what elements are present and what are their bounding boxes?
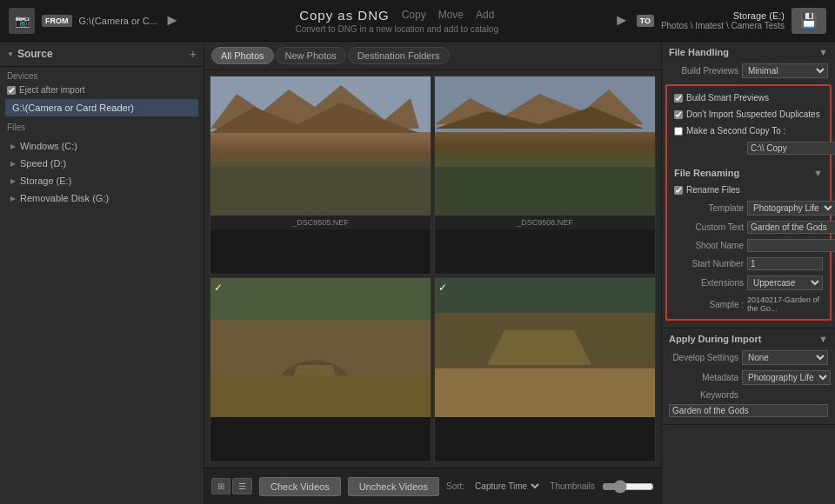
- drive-speed[interactable]: ▶ Speed (D:): [0, 155, 204, 172]
- build-smart-previews-label: Build Smart Previews: [686, 93, 769, 103]
- source-add-btn[interactable]: +: [190, 47, 197, 61]
- file-handling-section: File Handling ▼ Build Previews Minimal B…: [662, 42, 835, 328]
- second-copy-label: Make a Second Copy To :: [686, 126, 785, 136]
- drive-arrow-e: ▶: [10, 177, 16, 185]
- tab-all-photos[interactable]: All Photos: [211, 47, 274, 64]
- tab-destination-folders[interactable]: Destination Folders: [348, 47, 450, 64]
- file-renaming-inner: File Renaming ▼ Rename Files Template Ph…: [667, 162, 830, 315]
- drive-arrow-c: ▶: [10, 143, 16, 150]
- build-smart-previews-row: Build Smart Previews: [667, 90, 830, 106]
- drive-d-label: Speed (D:): [20, 158, 66, 169]
- metadata-select[interactable]: Photography Life: [742, 370, 831, 385]
- custom-text-row: Custom Text: [667, 218, 830, 236]
- rename-files-row: Rename Files: [667, 182, 830, 198]
- second-copy-checkbox[interactable]: [674, 127, 683, 136]
- left-panel: ▼ Source + Devices Eject after import G:…: [0, 42, 204, 504]
- add-btn[interactable]: Add: [476, 9, 494, 21]
- list-view-btn[interactable]: ☰: [232, 478, 252, 494]
- photo-thumb-1: [210, 76, 431, 216]
- adi-triangle: ▼: [818, 334, 828, 344]
- drive-windows[interactable]: ▶ Windows (C:): [0, 137, 204, 155]
- eject-checkbox[interactable]: [7, 86, 16, 95]
- fh-triangle: ▼: [818, 47, 828, 57]
- bottom-bar-center: ⊞ ☰ Check Videos Uncheck Videos Sort: Ca…: [204, 468, 661, 504]
- drive-storage[interactable]: ▶ Storage (E:): [0, 172, 204, 189]
- custom-text-input[interactable]: [747, 221, 835, 234]
- to-arrow[interactable]: ►: [614, 11, 630, 30]
- copy-btn[interactable]: Copy: [402, 9, 426, 21]
- destination-section: ► TO Storage (E:) Photos \ Imatest \ Cam…: [614, 8, 826, 34]
- develop-settings-select[interactable]: None: [742, 350, 828, 365]
- tabs-bar: All Photos New Photos Destination Folder…: [204, 42, 661, 70]
- start-number-row: Start Number: [667, 255, 830, 273]
- rename-files-checkbox[interactable]: [674, 186, 683, 195]
- move-btn[interactable]: Move: [438, 9, 464, 21]
- sample-value: 20140217-Garden of the Go...: [747, 295, 823, 313]
- rename-files-label: Rename Files: [686, 185, 740, 195]
- from-arrow[interactable]: ►: [164, 11, 180, 30]
- start-number-input[interactable]: [747, 257, 823, 270]
- drive-arrow-d: ▶: [10, 160, 16, 168]
- copy-as-dng-btn[interactable]: Copy as DNG: [299, 8, 390, 23]
- fr-triangle: ▼: [813, 168, 823, 178]
- file-handling-title: File Handling ▼: [662, 42, 835, 61]
- sort-label: Sort:: [446, 481, 464, 491]
- main-layout: ▼ Source + Devices Eject after import G:…: [0, 42, 835, 504]
- photo-cell-3[interactable]: ✓: [210, 277, 431, 462]
- from-path: G:\(Camera or C...: [79, 16, 157, 26]
- build-previews-label: Build Previews: [669, 66, 738, 76]
- svg-rect-3: [210, 167, 431, 216]
- second-copy-path-row: [667, 139, 830, 157]
- eject-label: Eject after import: [19, 85, 85, 95]
- dont-import-checkbox[interactable]: [674, 110, 683, 119]
- build-smart-previews-checkbox[interactable]: [674, 94, 683, 103]
- photo-thumb-4: [435, 278, 655, 417]
- shoot-name-label: Shoot Name: [674, 241, 744, 250]
- template-row: Template Photography Life: [667, 198, 830, 218]
- source-triangle: ▼: [7, 50, 14, 58]
- uncheck-videos-btn[interactable]: Uncheck Videos: [348, 477, 439, 496]
- center-panel: All Photos New Photos Destination Folder…: [204, 42, 661, 504]
- thumbnails-label: Thumbnails: [550, 481, 595, 491]
- photo-check-4: ✓: [438, 282, 447, 294]
- storage-icon: 💾: [792, 8, 826, 34]
- template-select[interactable]: Photography Life: [747, 201, 835, 216]
- apply-during-import-section: Apply During Import ▼ Develop Settings N…: [662, 328, 835, 425]
- keywords-input[interactable]: [669, 404, 828, 417]
- extensions-label: Extensions: [674, 278, 744, 288]
- drive-removable[interactable]: ▶ Removable Disk (G:): [0, 189, 204, 207]
- sample-label: Sample :: [674, 300, 744, 309]
- photo-caption-1: _DSC9505.NEF: [210, 216, 431, 229]
- extensions-row: Extensions Uppercase: [667, 273, 830, 293]
- file-renaming-title: File Renaming ▼: [667, 162, 830, 182]
- photo-caption-2: _DSC9506.NEF: [435, 216, 655, 229]
- photo-cell-1[interactable]: _DSC9505.NEF: [210, 76, 431, 275]
- thumbnail-slider[interactable]: [602, 480, 654, 494]
- develop-settings-row: Develop Settings None: [662, 348, 835, 368]
- photo-cell-4[interactable]: ✓: [434, 277, 656, 462]
- files-section: ▶ Windows (C:) ▶ Speed (D:) ▶ Storage (E…: [0, 134, 204, 210]
- tab-new-photos[interactable]: New Photos: [276, 47, 346, 64]
- second-copy-path-input[interactable]: [747, 142, 835, 155]
- source-device-item[interactable]: G:\(Camera or Card Reader): [5, 99, 198, 116]
- top-bar: 📷 FROM G:\(Camera or C... ► Copy as DNG …: [0, 0, 835, 42]
- extensions-select[interactable]: Uppercase: [747, 275, 823, 290]
- shoot-name-input[interactable]: [747, 239, 835, 252]
- source-title: ▼ Source: [7, 48, 53, 60]
- files-label: Files: [0, 118, 204, 134]
- build-previews-select[interactable]: Minimal: [742, 63, 828, 78]
- grid-view-btn[interactable]: ⊞: [211, 478, 230, 494]
- hl-inner: Build Smart Previews Don't Import Suspec…: [667, 86, 830, 319]
- svg-rect-16: [435, 368, 655, 417]
- sort-select[interactable]: Capture Time: [471, 481, 542, 492]
- source-section: 📷 FROM G:\(Camera or C... ►: [9, 8, 180, 34]
- to-label: TO: [637, 15, 654, 27]
- svg-rect-8: [210, 278, 431, 320]
- drive-arrow-g: ▶: [10, 195, 16, 202]
- check-videos-btn[interactable]: Check Videos: [259, 477, 341, 496]
- svg-rect-12: [210, 375, 431, 417]
- eject-row: Eject after import: [0, 83, 204, 97]
- photo-cell-2[interactable]: _DSC9506.NEF: [434, 76, 656, 275]
- source-label: Source: [17, 48, 53, 60]
- from-label: FROM: [42, 15, 72, 27]
